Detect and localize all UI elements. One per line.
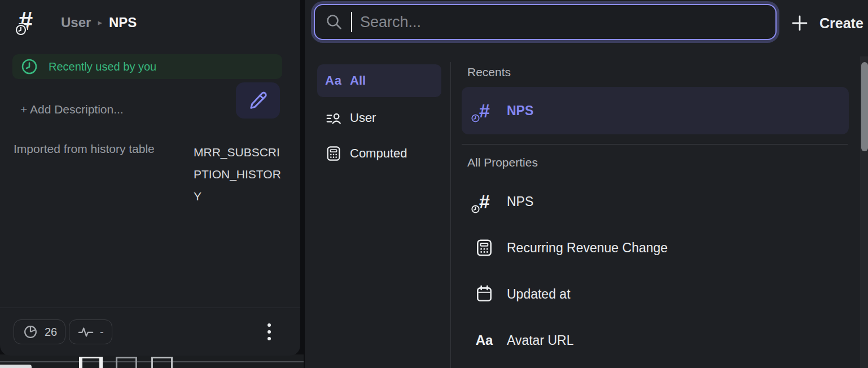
- property-label: NPS: [507, 194, 533, 209]
- edit-button[interactable]: [236, 82, 280, 119]
- category-tab-user[interactable]: User: [317, 103, 441, 133]
- divider: [450, 62, 451, 368]
- chevron-right-icon: ▸: [98, 17, 102, 28]
- more-options-button[interactable]: [261, 319, 278, 344]
- property-row-recurring-revenue-change[interactable]: Recurring Revenue Change: [462, 226, 849, 270]
- search-icon: [325, 13, 343, 31]
- kebab-dot: [268, 330, 271, 334]
- background-page-fragment: [0, 354, 304, 368]
- numeric-history-property-icon: #: [468, 191, 500, 213]
- calendar-icon: [468, 284, 500, 304]
- property-row-avatar-url[interactable]: Aa Avatar URL: [462, 318, 849, 362]
- property-detail-panel: # User ▸ NPS Recently used by you + Add …: [0, 0, 300, 356]
- distinct-count-value: 26: [45, 326, 57, 339]
- recently-used-badge: Recently used by you: [12, 54, 282, 79]
- create-button-label: Create: [819, 15, 863, 32]
- import-source-label: Imported from history table: [14, 142, 155, 156]
- category-label: All: [350, 73, 366, 88]
- divider: [462, 144, 848, 144]
- background-table-cell: [151, 357, 173, 368]
- divider: [0, 308, 300, 308]
- text-type-icon: Aa: [317, 73, 350, 88]
- recent-property-row-nps[interactable]: # NPS: [462, 87, 849, 134]
- property-label: Avatar URL: [507, 333, 573, 348]
- import-source-value: MRR_SUBSCRIPTION_HISTORY: [194, 141, 284, 207]
- pie-chart-icon: [22, 323, 39, 340]
- trend-button[interactable]: -: [69, 319, 112, 344]
- kebab-dot: [268, 323, 271, 327]
- text-caret: [351, 12, 352, 32]
- property-label: Updated at: [507, 287, 571, 302]
- background-fragment: [0, 365, 32, 368]
- property-row-nps[interactable]: # NPS: [462, 179, 849, 224]
- background-table-cell: [79, 357, 103, 368]
- search-placeholder: Search...: [360, 14, 421, 31]
- pencil-icon: [247, 90, 269, 111]
- numeric-history-property-icon: #: [18, 6, 33, 36]
- category-tab-all[interactable]: Aa All: [317, 64, 441, 97]
- category-tab-computed[interactable]: Computed: [317, 139, 441, 168]
- calculator-icon: [468, 238, 500, 257]
- breadcrumb-current: NPS: [109, 15, 137, 30]
- text-type-icon: Aa: [468, 332, 500, 348]
- all-properties-section-header: All Properties: [467, 156, 538, 169]
- calculator-icon: [317, 145, 350, 162]
- category-label: User: [350, 111, 376, 125]
- activity-pulse-icon: [77, 325, 94, 339]
- create-button[interactable]: Create: [791, 10, 863, 36]
- trend-value: -: [100, 326, 104, 339]
- distinct-count-button[interactable]: 26: [14, 319, 65, 344]
- property-row-updated-at[interactable]: Updated at: [462, 272, 849, 316]
- kebab-dot: [268, 337, 271, 340]
- clock-icon: [20, 58, 38, 76]
- breadcrumb: User ▸ NPS: [61, 15, 137, 30]
- property-picker-panel: Search... Create Aa All User: [305, 0, 868, 368]
- recently-used-label: Recently used by you: [49, 60, 156, 73]
- search-input[interactable]: Search...: [314, 4, 777, 40]
- numeric-history-property-icon: #: [468, 100, 500, 122]
- add-description-button[interactable]: + Add Description...: [20, 103, 124, 116]
- user-list-icon: [317, 109, 350, 126]
- category-label: Computed: [350, 146, 407, 161]
- background-table-cell: [116, 357, 137, 368]
- recents-section-header: Recents: [467, 65, 511, 79]
- scrollbar-thumb[interactable]: [861, 62, 868, 151]
- plus-icon: [791, 15, 808, 32]
- breadcrumb-parent[interactable]: User: [61, 15, 91, 30]
- property-label: NPS: [507, 103, 533, 119]
- property-label: Recurring Revenue Change: [507, 240, 668, 256]
- clock-icon: [15, 24, 27, 36]
